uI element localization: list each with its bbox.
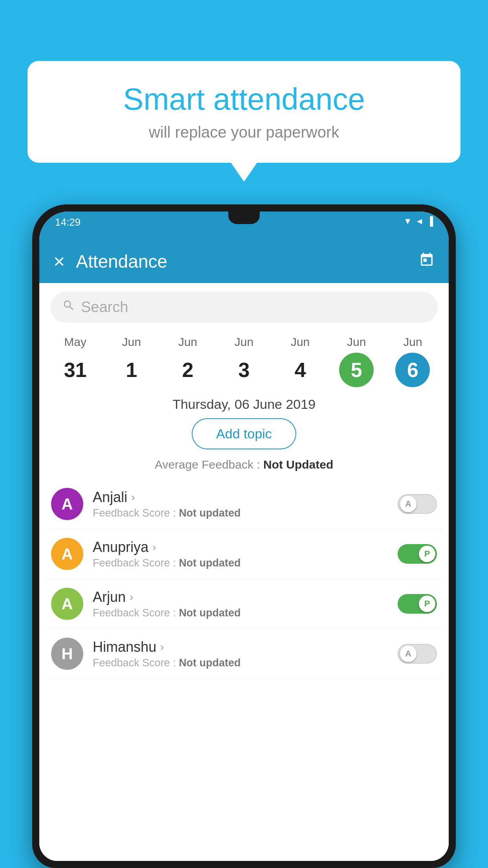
feedback-score: Feedback Score : Not updated	[93, 507, 398, 519]
search-bar[interactable]: Search	[50, 292, 438, 323]
phone-inner: 14:29 ▼ ◄ ▐ × Attendance	[39, 211, 449, 861]
calendar-day[interactable]: Jun6	[395, 335, 430, 387]
student-info: Anjali ›Feedback Score : Not updated	[93, 489, 398, 519]
student-name: Anupriya ›	[93, 539, 398, 555]
student-name: Himanshu ›	[93, 639, 398, 655]
app-bar: × Attendance	[39, 240, 449, 283]
bubble-title: Smart attendance	[51, 83, 437, 116]
toggle-container[interactable]: A	[398, 494, 437, 514]
content-area: Search May31Jun1Jun2Jun3Jun4Jun5Jun6 Thu…	[39, 283, 449, 861]
calendar-day[interactable]: Jun5	[339, 335, 374, 387]
date-label: Thursday, 06 June 2019	[39, 397, 449, 412]
cal-day-number: 1	[114, 353, 149, 387]
avg-feedback-value: Not Updated	[263, 458, 333, 471]
calendar-day[interactable]: Jun1	[114, 335, 149, 387]
toggle-container[interactable]: P	[398, 594, 437, 614]
cal-day-number: 31	[58, 353, 93, 387]
student-item[interactable]: HHimanshu ›Feedback Score : Not updatedA	[46, 629, 442, 679]
avg-feedback: Average Feedback : Not Updated	[39, 458, 449, 471]
student-item[interactable]: AAnjali ›Feedback Score : Not updatedA	[46, 479, 442, 529]
chevron-right-icon: ›	[160, 641, 164, 653]
student-info: Himanshu ›Feedback Score : Not updated	[93, 639, 398, 669]
status-bar: 14:29 ▼ ◄ ▐	[39, 211, 449, 240]
status-time: 14:29	[55, 216, 81, 228]
calendar-day[interactable]: Jun4	[283, 335, 317, 387]
feedback-score: Feedback Score : Not updated	[93, 607, 398, 619]
toggle-container[interactable]: A	[398, 644, 437, 664]
cal-month-label: Jun	[291, 335, 310, 349]
avatar: H	[51, 638, 83, 670]
wifi-icon: ▼	[404, 216, 412, 226]
cal-month-label: Jun	[122, 335, 141, 349]
student-name: Arjun ›	[93, 589, 398, 605]
cal-day-number: 3	[227, 353, 261, 387]
calendar-day[interactable]: Jun2	[171, 335, 205, 387]
toggle-container[interactable]: P	[398, 544, 437, 564]
feedback-score: Feedback Score : Not updated	[93, 657, 398, 669]
calendar-icon[interactable]	[419, 252, 435, 271]
status-icons: ▼ ◄ ▐	[404, 216, 433, 226]
avatar: A	[51, 538, 83, 570]
student-item[interactable]: AAnupriya ›Feedback Score : Not updatedP	[46, 529, 442, 579]
cal-day-number: 5	[339, 353, 374, 387]
add-topic-button[interactable]: Add topic	[192, 418, 296, 449]
toggle-knob: A	[400, 496, 416, 512]
student-item[interactable]: AArjun ›Feedback Score : Not updatedP	[46, 579, 442, 629]
cal-month-label: May	[64, 335, 86, 349]
search-icon	[62, 299, 75, 316]
cal-day-number: 4	[283, 353, 317, 387]
close-button[interactable]: ×	[53, 250, 65, 273]
student-list: AAnjali ›Feedback Score : Not updatedAAA…	[39, 479, 449, 679]
feedback-score: Feedback Score : Not updated	[93, 557, 398, 569]
search-label: Search	[81, 299, 128, 316]
student-name: Anjali ›	[93, 489, 398, 506]
chevron-right-icon: ›	[152, 541, 156, 554]
speech-bubble: Smart attendance will replace your paper…	[28, 61, 460, 163]
cal-month-label: Jun	[235, 335, 253, 349]
chevron-right-icon: ›	[131, 491, 135, 504]
avatar: A	[51, 588, 83, 620]
phone-frame: 14:29 ▼ ◄ ▐ × Attendance	[32, 204, 456, 868]
calendar-day[interactable]: Jun3	[227, 335, 261, 387]
chevron-right-icon: ›	[130, 591, 133, 603]
toggle-knob: P	[419, 546, 435, 562]
student-info: Anupriya ›Feedback Score : Not updated	[93, 539, 398, 569]
attendance-toggle[interactable]: A	[398, 494, 437, 514]
avg-feedback-label: Average Feedback :	[155, 458, 263, 471]
notch	[228, 211, 260, 224]
attendance-toggle[interactable]: P	[398, 594, 437, 614]
cal-month-label: Jun	[403, 335, 422, 349]
calendar-strip: May31Jun1Jun2Jun3Jun4Jun5Jun6	[39, 331, 449, 387]
attendance-toggle[interactable]: P	[398, 544, 437, 564]
bubble-subtitle: will replace your paperwork	[51, 123, 437, 141]
attendance-toggle[interactable]: A	[398, 644, 437, 664]
signal-icon: ◄	[415, 216, 424, 226]
cal-day-number: 2	[171, 353, 205, 387]
cal-month-label: Jun	[347, 335, 366, 349]
app-bar-title: Attendance	[76, 251, 419, 272]
cal-month-label: Jun	[178, 335, 197, 349]
toggle-knob: A	[400, 645, 416, 662]
toggle-knob: P	[419, 596, 435, 612]
cal-day-number: 6	[395, 353, 430, 387]
avatar: A	[51, 488, 83, 520]
battery-icon: ▐	[427, 216, 433, 226]
student-info: Arjun ›Feedback Score : Not updated	[93, 589, 398, 619]
calendar-day[interactable]: May31	[58, 335, 93, 387]
